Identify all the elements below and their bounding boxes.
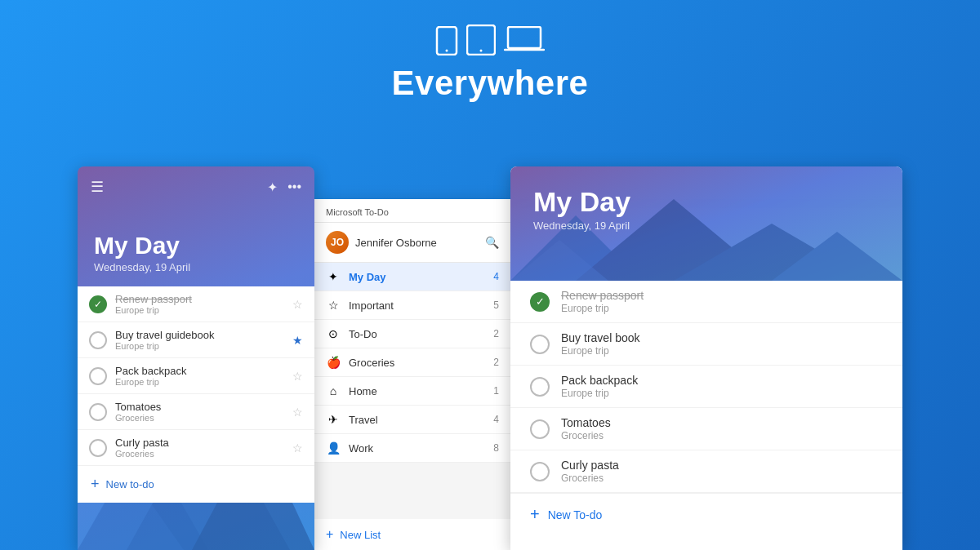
item-text-1: Buy travel guidebook Europe trip [115,329,284,351]
item-check-0[interactable]: ✓ [89,295,107,313]
mobile-list-item[interactable]: Curly pasta Groceries ☆ [78,430,314,466]
desktop-new-todo-button[interactable]: + New To-do [510,493,902,535]
svg-point-3 [480,50,483,52]
user-name: Jennifer Osborne [355,237,479,249]
nav-item-home[interactable]: ⌂ Home 1 [314,377,510,406]
desktop-item-text-4: Curly pasta Groceries [561,459,883,484]
nav-label-groceries: Groceries [349,357,485,369]
nav-count-travel: 4 [493,414,499,425]
desktop-list-item[interactable]: Buy travel book Europe trip [510,323,902,366]
new-list-button[interactable]: + New List [314,519,510,550]
nav-label-work: Work [349,442,485,455]
nav-item-important[interactable]: ☆ Important 5 [314,291,510,320]
mobile-list-item[interactable]: Buy travel guidebook Europe trip ★ [78,322,314,358]
nav-count-groceries: 2 [493,357,499,368]
user-avatar: JO [326,231,349,254]
desktop-item-name-2: Pack backpack [561,374,883,387]
desktop-list-item[interactable]: ✓ Renew passport Europe trip [510,281,902,323]
search-icon[interactable]: 🔍 [485,236,499,249]
item-star-4[interactable]: ☆ [292,441,303,455]
desktop-item-name-0: Renew passport [561,289,883,302]
mobile-header: ☰ ✦ ••• [78,166,314,207]
desktop-check-3[interactable] [530,419,550,439]
item-check-3[interactable] [89,403,107,421]
item-check-1[interactable] [89,331,107,349]
desktop-item-sub-3: Groceries [561,430,883,441]
desktop-item-sub-2: Europe trip [561,388,883,399]
desktop-item-sub-1: Europe trip [561,345,883,357]
mobile-list-item[interactable]: Tomatoes Groceries ☆ [78,394,314,430]
item-star-1[interactable]: ★ [292,334,303,347]
desktop-list-item[interactable]: Pack backpack Europe trip [510,366,902,408]
item-sub-3: Groceries [115,413,284,423]
nav-item-todo[interactable]: ⊙ To-Do 2 [314,320,510,348]
laptop-icon [504,26,545,55]
panels-container: ☰ ✦ ••• My Day Wednesday, 19 April ✓ Ren… [0,131,980,550]
nav-label-home: Home [349,385,485,397]
brightness-icon[interactable]: ✦ [267,180,278,195]
groceries-icon: 🍎 [326,356,341,369]
desktop-check-0[interactable]: ✓ [530,292,550,312]
hamburger-icon[interactable]: ☰ [91,178,104,196]
item-text-2: Pack backpack Europe trip [115,365,284,387]
nav-label-myday: My Day [349,271,485,283]
mobile-list-item[interactable]: Pack backpack Europe trip ☆ [78,358,314,394]
hero-section: Everywhere [0,0,980,103]
desktop-list-item[interactable]: Tomatoes Groceries [510,408,902,450]
item-star-0[interactable]: ☆ [292,298,303,311]
mobile-header-actions: ✦ ••• [267,180,301,195]
new-list-plus-icon: + [326,527,333,542]
desktop-item-text-3: Tomatoes Groceries [561,416,883,441]
nav-label-travel: Travel [349,414,485,426]
app-name: Microsoft To-Do [314,199,510,223]
work-icon: 👤 [326,441,341,455]
tablet-icon [466,24,496,55]
item-star-2[interactable]: ☆ [292,370,303,383]
nav-count-myday: 4 [493,271,499,282]
item-check-2[interactable] [89,367,107,385]
desktop-check-1[interactable] [530,335,550,354]
nav-count-important: 5 [493,299,499,311]
desktop-item-name-3: Tomatoes [561,416,883,429]
nav-item-groceries[interactable]: 🍎 Groceries 2 [314,348,510,377]
item-sub-4: Groceries [115,449,284,459]
desktop-plus-icon: + [530,505,540,524]
svg-rect-4 [508,27,541,48]
tablet-panel: Microsoft To-Do JO Jennifer Osborne 🔍 ✦ … [314,199,510,550]
item-name-3: Tomatoes [115,401,284,413]
nav-count-todo: 2 [493,328,499,339]
item-text-3: Tomatoes Groceries [115,401,284,423]
mobile-title-area: My Day Wednesday, 19 April [78,207,314,286]
desktop-day-subtitle: Wednesday, 19 April [533,220,880,232]
item-star-3[interactable]: ☆ [292,406,303,419]
mobile-new-todo-button[interactable]: + New to-do [78,466,314,503]
nav-item-work[interactable]: 👤 Work 8 [314,434,510,463]
desktop-item-name-1: Buy travel book [561,331,883,344]
desktop-item-sub-4: Groceries [561,472,883,484]
desktop-item-text-1: Buy travel book Europe trip [561,331,883,357]
user-row: JO Jennifer Osborne 🔍 [314,223,510,263]
item-name-1: Buy travel guidebook [115,329,284,341]
desktop-day-title: My Day [533,186,880,218]
desktop-check-2[interactable] [530,377,550,397]
item-sub-1: Europe trip [115,341,284,351]
svg-point-1 [446,50,448,52]
mobile-panel: ☰ ✦ ••• My Day Wednesday, 19 April ✓ Ren… [78,166,314,550]
mobile-list-item[interactable]: ✓ Renew passport Europe trip ☆ [78,286,314,322]
nav-item-travel[interactable]: ✈ Travel 4 [314,406,510,434]
nav-item-myday[interactable]: ✦ My Day 4 [314,263,510,291]
desktop-check-4[interactable] [530,462,550,481]
desktop-item-sub-0: Europe trip [561,303,883,314]
nav-count-home: 1 [493,385,499,397]
nav-label-important: Important [349,299,485,312]
desktop-item-text-2: Pack backpack Europe trip [561,374,883,399]
item-name-0: Renew passport [115,293,284,305]
item-sub-0: Europe trip [115,305,284,315]
desktop-new-label: New To-do [548,508,603,521]
item-check-4[interactable] [89,439,107,457]
desktop-panel: My Day Wednesday, 19 April ✓ Renew passp… [510,166,902,550]
important-icon: ☆ [326,299,341,312]
desktop-header: My Day Wednesday, 19 April [510,166,902,281]
more-icon[interactable]: ••• [287,180,301,195]
desktop-list-item[interactable]: Curly pasta Groceries [510,450,902,493]
